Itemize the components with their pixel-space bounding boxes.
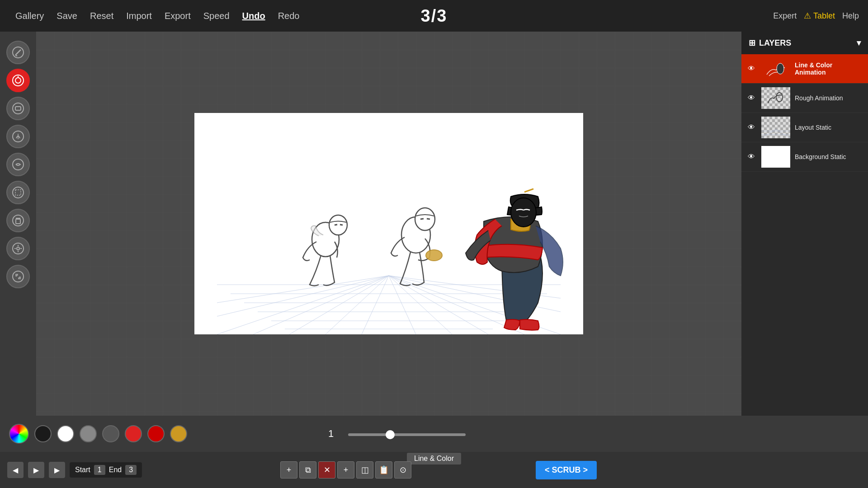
reset-button[interactable]: Reset (84, 8, 120, 24)
expand-tool[interactable] (6, 265, 30, 288)
layer-visibility-layout-icon[interactable]: 👁 (746, 123, 757, 131)
color-swatch-gray2[interactable] (102, 425, 119, 442)
brush-tool[interactable] (6, 69, 30, 92)
expert-button[interactable]: Expert (773, 11, 797, 21)
warning-icon: ⚠ (804, 11, 811, 20)
scrub-button[interactable]: < SCRUB > (536, 461, 597, 479)
layer-item-layout[interactable]: 👁 Layout Static (741, 113, 868, 142)
layer-name-line-color: Line & Color Animation (795, 61, 863, 76)
svg-rect-7 (15, 107, 21, 110)
svg-line-35 (362, 276, 389, 334)
start-label: Start (75, 466, 90, 474)
svg-line-37 (217, 276, 389, 316)
svg-point-55 (511, 198, 536, 227)
layer-thumbnail-rough (761, 87, 790, 109)
layers-panel: ⊞ LAYERS ▾ 👁 Line & Color Animation (741, 32, 868, 416)
svg-point-19 (17, 247, 19, 250)
tablet-label: Tablet (813, 11, 835, 20)
top-bar: Gallery Save Reset Import Export Speed U… (0, 0, 868, 32)
layer-item-rough[interactable]: 👁 Rough Animation (741, 84, 868, 113)
svg-rect-12 (15, 190, 21, 195)
svg-point-46 (329, 215, 347, 235)
settings-tool[interactable] (6, 237, 30, 260)
brush-size-slider-container (348, 430, 466, 438)
frame-icons: + ⧉ ✕ + ◫ 📋 ⊙ (280, 461, 411, 479)
help-button[interactable]: Help (842, 11, 859, 21)
brush-size-slider[interactable] (348, 433, 466, 436)
brush-size-label: 1 (328, 428, 334, 440)
layer-item-background[interactable]: 👁 Background Static (741, 142, 868, 172)
color-swatch-red1[interactable] (125, 425, 142, 442)
layer-thumbnail-background (761, 146, 790, 168)
undo-button[interactable]: Undo (236, 8, 272, 24)
color-swatch-red2[interactable] (147, 425, 165, 442)
redo-button[interactable]: Redo (272, 8, 306, 24)
delete-tool[interactable] (6, 209, 30, 232)
svg-rect-14 (16, 219, 20, 224)
svg-point-18 (13, 243, 24, 254)
layer-visibility-rough-icon[interactable]: 👁 (746, 94, 757, 102)
top-right-controls: Expert ⚠ Tablet Help (773, 11, 859, 21)
drawing-canvas[interactable] (194, 113, 583, 334)
svg-point-57 (777, 63, 784, 74)
eraser-tool[interactable] (6, 97, 30, 120)
canvas-container[interactable] (36, 32, 741, 416)
speed-button[interactable]: Speed (197, 8, 236, 24)
svg-point-53 (426, 250, 442, 261)
svg-line-51 (420, 219, 424, 219)
layer-thumbnail-layout (761, 117, 790, 138)
pen-tool[interactable] (6, 41, 30, 64)
svg-line-40 (389, 276, 488, 334)
svg-point-24 (13, 271, 24, 282)
layers-icon: ⊞ (749, 38, 755, 48)
end-label: End (109, 466, 122, 474)
layer-label: Line & Color (407, 453, 461, 465)
svg-line-36 (217, 276, 389, 303)
color-swatch-white[interactable] (57, 425, 74, 442)
svg-line-1 (15, 50, 21, 55)
svg-line-54 (524, 189, 533, 192)
fill-tool[interactable] (6, 125, 30, 148)
paste-frame-button[interactable]: 📋 (375, 461, 392, 479)
color-wheel[interactable] (9, 424, 29, 444)
export-button[interactable]: Export (158, 8, 197, 24)
onion-skin-button[interactable]: ⊙ (394, 461, 411, 479)
svg-point-11 (13, 187, 24, 198)
copy-frame-button[interactable]: ◫ (356, 461, 373, 479)
svg-line-32 (253, 276, 389, 334)
layer-name-rough: Rough Animation (795, 94, 863, 102)
layer-item-line-color[interactable]: 👁 Line & Color Animation (741, 54, 868, 84)
select-tool[interactable] (6, 181, 30, 204)
add-frame-button[interactable]: + (280, 461, 297, 479)
duplicate-frame-button[interactable]: ⧉ (299, 461, 316, 479)
play-back-button[interactable]: ◀ (7, 462, 24, 478)
layers-title: LAYERS (759, 38, 791, 48)
save-button[interactable]: Save (50, 8, 84, 24)
svg-line-52 (427, 219, 430, 219)
layers-chevron-icon: ▾ (857, 38, 861, 48)
playback-bar: ◀ ▶ ▶ Start 1 End 3 Line & Color + ⧉ ✕ +… (0, 452, 868, 488)
play-button[interactable]: ▶ (49, 462, 65, 478)
layer-thumbnail-line-color (761, 58, 790, 80)
layer-visibility-icon[interactable]: 👁 (746, 65, 757, 73)
left-toolbar (0, 32, 36, 416)
insert-frame-button[interactable]: + (337, 461, 354, 479)
smudge-tool[interactable] (6, 153, 30, 176)
play-forward-button[interactable]: ▶ (28, 462, 44, 478)
color-swatch-gray1[interactable] (80, 425, 97, 442)
svg-line-48 (340, 225, 343, 225)
delete-frame-button[interactable]: ✕ (318, 461, 335, 479)
layers-header[interactable]: ⊞ LAYERS ▾ (741, 32, 868, 54)
svg-point-13 (13, 215, 24, 226)
start-value: 1 (94, 465, 105, 475)
import-button[interactable]: Import (120, 8, 158, 24)
color-swatch-black[interactable] (34, 425, 52, 442)
svg-line-2 (15, 55, 17, 56)
range-display: Start 1 End 3 (70, 462, 142, 478)
color-swatch-gold[interactable] (170, 425, 187, 442)
svg-line-47 (335, 225, 337, 225)
tablet-button[interactable]: ⚠ Tablet (804, 11, 835, 21)
svg-rect-60 (761, 117, 790, 138)
gallery-button[interactable]: Gallery (9, 8, 50, 24)
layer-visibility-bg-icon[interactable]: 👁 (746, 153, 757, 161)
